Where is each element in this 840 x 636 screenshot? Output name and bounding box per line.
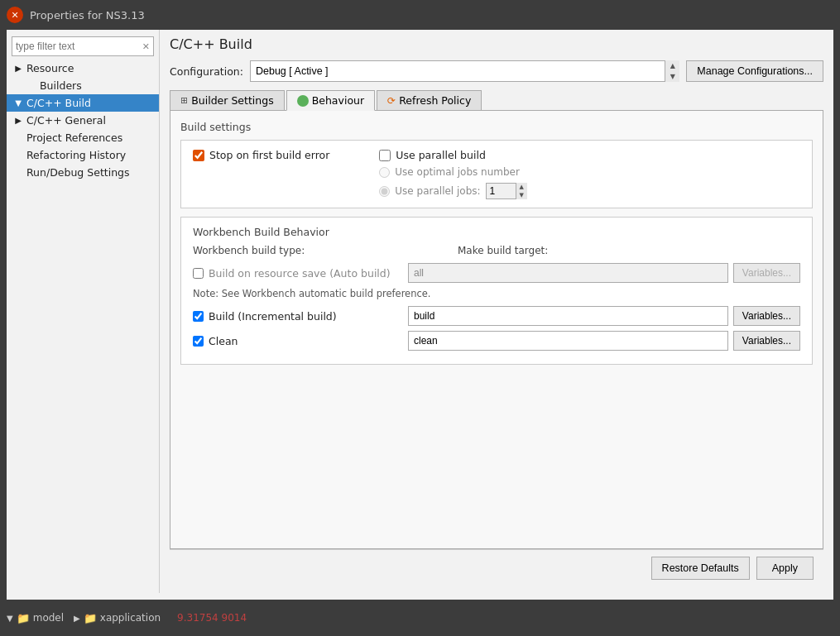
use-parallel-jobs-label: Use parallel jobs: <box>395 185 480 197</box>
config-down-arrow[interactable]: ▼ <box>665 71 679 82</box>
incremental-build-label: Build (Incremental build) <box>209 310 337 323</box>
sidebar-label-cpp-general: C/C++ General <box>26 114 106 127</box>
bottom-xapp-label: xapplication <box>100 612 161 624</box>
stop-on-error-row: Stop on first build error <box>193 149 329 161</box>
builder-icon: ⊞ <box>180 95 188 106</box>
bottom-tree-item-model: ▼ 📁 model <box>7 612 64 624</box>
sidebar-item-run-debug[interactable]: Run/Debug Settings <box>7 164 159 181</box>
tabs: ⊞ Builder Settings Behaviour ⟳ Refresh P… <box>170 90 823 111</box>
config-select-arrows[interactable]: ▲ ▼ <box>665 60 679 82</box>
expand-arrow-xapp: ▶ <box>74 614 80 623</box>
sidebar-label-run-debug: Run/Debug Settings <box>26 166 130 179</box>
dialog-body: ✕ ▶ Resource Builders ▼ C/C++ Build ▶ C/… <box>7 30 833 593</box>
use-optimal-radio[interactable] <box>379 167 390 178</box>
tab-label-refresh-policy: Refresh Policy <box>399 94 471 107</box>
dialog-footer: Restore Defaults Apply <box>170 549 823 586</box>
build-settings-box: Stop on first build error Use parallel b… <box>180 140 813 208</box>
tree-arrow-refactoring <box>13 151 23 160</box>
incremental-build-row: Build (Incremental build) Variables... <box>193 306 800 326</box>
use-parallel-jobs-radio[interactable] <box>379 186 390 197</box>
expand-arrow-model: ▼ <box>7 614 13 623</box>
stop-on-error-label: Stop on first build error <box>209 149 329 161</box>
apply-button[interactable]: Apply <box>756 557 814 580</box>
sidebar-item-resource[interactable]: ▶ Resource <box>7 60 159 77</box>
config-select-wrap: Debug [ Active ] ▲ ▼ <box>250 60 679 82</box>
tab-refresh-policy[interactable]: ⟳ Refresh Policy <box>377 90 482 110</box>
sidebar-item-cpp-general[interactable]: ▶ C/C++ General <box>7 112 159 129</box>
config-select[interactable]: Debug [ Active ] <box>250 60 679 82</box>
config-label: Configuration: <box>170 65 243 78</box>
incremental-build-cell: Build (Incremental build) <box>193 310 408 323</box>
window-title: Properties for NS3.13 <box>30 9 145 22</box>
auto-build-checkbox[interactable] <box>193 268 204 279</box>
sidebar-label-cpp-build: C/C++ Build <box>26 97 91 109</box>
jobs-down-arrow[interactable]: ▼ <box>516 191 527 199</box>
main-content: C/C++ Build Configuration: Debug [ Activ… <box>160 30 833 593</box>
workbench-type-row: Workbench build type: Make build target: <box>193 245 800 256</box>
tree-arrow-cpp-build: ▼ <box>13 98 23 108</box>
sidebar-label-resource: Resource <box>26 62 74 74</box>
use-parallel-label: Use parallel build <box>396 149 486 161</box>
jobs-up-arrow[interactable]: ▲ <box>516 183 527 191</box>
stop-on-error-checkbox[interactable] <box>193 150 204 161</box>
use-parallel-checkbox[interactable] <box>379 150 391 161</box>
folder-icon-xapp: 📁 <box>84 612 97 624</box>
close-button[interactable]: ✕ <box>7 7 23 23</box>
incremental-build-checkbox[interactable] <box>193 311 204 322</box>
config-row: Configuration: Debug [ Active ] ▲ ▼ Mana… <box>170 60 823 82</box>
incremental-build-input[interactable] <box>408 306 728 326</box>
auto-build-variables-button[interactable]: Variables... <box>733 263 800 283</box>
restore-defaults-button[interactable]: Restore Defaults <box>651 557 750 580</box>
build-settings-title: Build settings <box>180 121 813 133</box>
tab-behaviour[interactable]: Behaviour <box>286 90 375 111</box>
filter-row[interactable]: ✕ <box>12 36 154 56</box>
tab-panel: Build settings Stop on first build error… <box>170 111 823 549</box>
sidebar-item-refactoring-history[interactable]: Refactoring History <box>7 146 159 164</box>
tree-arrow-resource: ▶ <box>13 64 23 74</box>
sidebar-label-project-references: Project References <box>26 132 122 144</box>
jobs-arrows: ▲ ▼ <box>516 183 527 199</box>
bottom-tree-item-xapplication: ▶ 📁 xapplication <box>74 612 161 624</box>
jobs-input-wrap: ▲ ▼ <box>486 183 527 199</box>
tab-label-builder-settings: Builder Settings <box>191 94 273 107</box>
filter-input[interactable] <box>16 41 142 52</box>
clean-row: Clean Variables... <box>193 331 800 351</box>
auto-build-cell: Build on resource save (Auto build) <box>193 267 408 280</box>
use-optimal-label: Use optimal jobs number <box>395 166 520 178</box>
incremental-variables-button[interactable]: Variables... <box>733 306 800 326</box>
sidebar-item-cpp-build[interactable]: ▼ C/C++ Build <box>7 94 159 112</box>
auto-build-label: Build on resource save (Auto build) <box>209 267 391 280</box>
manage-configurations-button[interactable]: Manage Configurations... <box>686 60 823 82</box>
parallel-col: Use parallel build Use optimal jobs numb… <box>379 149 526 199</box>
clean-label: Clean <box>209 335 238 347</box>
clean-cell: Clean <box>193 335 408 347</box>
tree-arrow-cpp-general: ▶ <box>13 116 23 126</box>
use-optimal-row: Use optimal jobs number <box>379 166 526 178</box>
tab-builder-settings[interactable]: ⊞ Builder Settings <box>170 90 285 110</box>
folder-icon-model: 📁 <box>17 612 30 624</box>
config-up-arrow[interactable]: ▲ <box>665 60 679 71</box>
tree-arrow-proj-ref <box>13 133 23 143</box>
sidebar-label-refactoring-history: Refactoring History <box>26 149 126 161</box>
auto-build-row: Build on resource save (Auto build) Vari… <box>193 263 800 283</box>
sidebar-item-builders[interactable]: Builders <box>20 77 159 94</box>
clean-checkbox[interactable] <box>193 336 204 347</box>
clean-input[interactable] <box>408 331 728 351</box>
auto-build-input[interactable] <box>408 263 728 283</box>
behaviour-icon <box>297 95 309 107</box>
stop-on-error-col: Stop on first build error <box>193 149 329 161</box>
sidebar: ✕ ▶ Resource Builders ▼ C/C++ Build ▶ C/… <box>7 30 160 593</box>
filter-clear-icon[interactable]: ✕ <box>142 41 150 52</box>
titlebar: ✕ Properties for NS3.13 <box>0 0 840 30</box>
workbench-box: Workbench Build Behavior Workbench build… <box>180 217 813 365</box>
workbench-type-label: Workbench build type: <box>193 245 408 256</box>
clean-variables-button[interactable]: Variables... <box>733 331 800 351</box>
use-parallel-row: Use parallel build <box>379 149 526 161</box>
sidebar-item-project-references[interactable]: Project References <box>7 129 159 146</box>
workbench-title: Workbench Build Behavior <box>193 226 800 238</box>
tree-arrow-builders <box>26 81 36 91</box>
use-parallel-jobs-row: Use parallel jobs: ▲ ▼ <box>379 183 526 199</box>
note-text: Note: See Workbench automatic build pref… <box>193 288 800 299</box>
bottom-model-label: model <box>33 612 64 624</box>
dialog: ✕ ▶ Resource Builders ▼ C/C++ Build ▶ C/… <box>7 30 833 629</box>
